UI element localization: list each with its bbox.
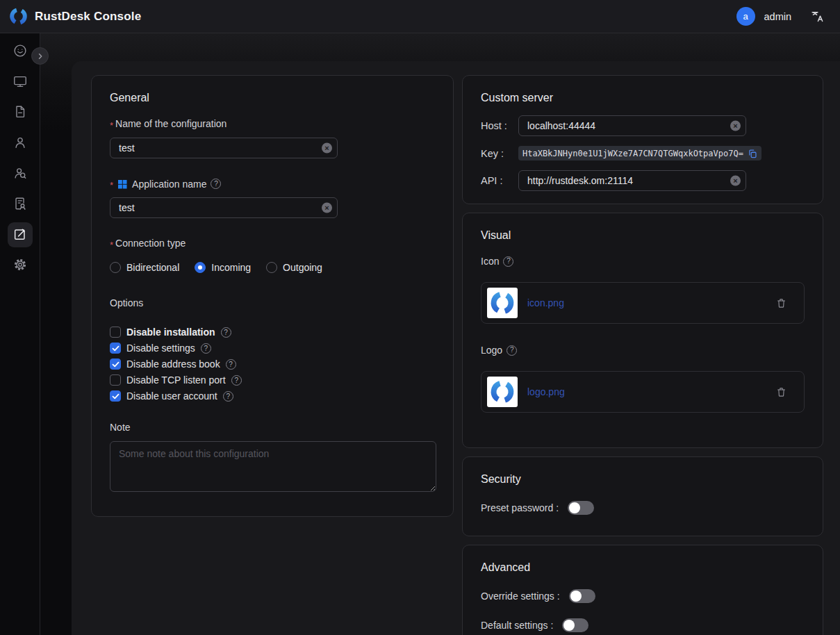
app-header: RustDesk Console a admin	[0, 0, 840, 33]
preset-password-label: Preset password :	[481, 502, 559, 513]
sidebar-item-audit[interactable]	[8, 192, 33, 217]
brand: RustDesk Console	[9, 7, 141, 26]
checkbox-disable-address-book[interactable]: Disable address book ?	[110, 358, 435, 370]
checkbox-label: Disable user account	[126, 390, 217, 402]
content-surface: General Name of the configuration ×	[72, 61, 840, 635]
options-label: Options	[110, 297, 435, 308]
host-input[interactable]	[518, 115, 746, 136]
advanced-card: Advanced Override settings : Default set…	[462, 545, 823, 635]
header-right: a admin	[736, 7, 825, 26]
override-settings-label: Override settings :	[481, 591, 560, 602]
config-name-label-row: Name of the configuration	[110, 118, 435, 130]
help-icon[interactable]: ?	[503, 256, 513, 267]
clear-icon[interactable]: ×	[730, 176, 741, 186]
note-textarea[interactable]	[110, 441, 436, 492]
host-label: Host :	[481, 120, 518, 131]
help-icon[interactable]: ?	[226, 359, 236, 370]
gear-icon	[13, 257, 28, 274]
custom-server-title: Custom server	[481, 91, 805, 104]
checkbox-label: Disable installation	[126, 327, 215, 338]
icon-file-link[interactable]: icon.png	[527, 297, 775, 308]
logo-upload-box: logo.png	[481, 371, 805, 413]
sidebar	[0, 33, 40, 635]
security-card: Security Preset password :	[462, 456, 823, 536]
radio-label: Outgoing	[283, 262, 322, 273]
help-icon[interactable]: ?	[507, 345, 517, 356]
rustdesk-logo-icon	[9, 7, 28, 26]
help-icon[interactable]: ?	[223, 391, 233, 402]
sidebar-item-dashboard[interactable]	[8, 39, 33, 64]
sidebar-item-groups[interactable]	[8, 161, 33, 186]
help-icon[interactable]: ?	[211, 179, 221, 189]
user-name[interactable]: admin	[764, 11, 792, 22]
sidebar-item-settings[interactable]	[8, 253, 33, 278]
default-settings-toggle[interactable]	[562, 618, 588, 632]
checkbox-box[interactable]	[110, 358, 121, 370]
trash-icon[interactable]	[775, 297, 787, 309]
api-input[interactable]	[518, 170, 746, 191]
checkbox-label: Disable TCP listen port	[126, 374, 226, 386]
api-label: API :	[481, 175, 518, 186]
icon-label-row: Icon ?	[481, 256, 805, 267]
clear-icon[interactable]: ×	[322, 203, 332, 213]
clear-icon[interactable]: ×	[730, 121, 741, 131]
windows-icon	[117, 179, 128, 190]
connection-type-label-row: Connection type	[110, 238, 435, 249]
sidebar-item-users[interactable]	[8, 131, 33, 156]
help-icon[interactable]: ?	[231, 375, 242, 386]
smiley-icon	[13, 43, 28, 60]
sidebar-expand-button[interactable]	[31, 47, 49, 65]
checkbox-disable-installation[interactable]: Disable installation ?	[110, 327, 435, 338]
checkbox-disable-settings[interactable]: Disable settings ?	[110, 343, 435, 354]
app-name-input[interactable]	[110, 197, 338, 218]
sidebar-item-documents[interactable]	[8, 100, 33, 125]
monitor-icon	[13, 74, 28, 91]
logo-thumbnail	[487, 377, 518, 407]
radio-incoming[interactable]: Incoming	[195, 262, 251, 273]
user-search-icon	[13, 165, 28, 183]
app-title: RustDesk Console	[35, 10, 141, 24]
preset-password-toggle[interactable]	[568, 501, 594, 515]
sidebar-item-devices[interactable]	[8, 69, 33, 94]
checkbox-box[interactable]	[110, 390, 121, 402]
checkbox-box[interactable]	[110, 374, 121, 386]
config-name-field: ×	[110, 138, 338, 158]
general-card: General Name of the configuration ×	[91, 75, 454, 517]
checkbox-disable-tcp-listen-port[interactable]: Disable TCP listen port ?	[110, 374, 435, 386]
radio-dot[interactable]	[110, 262, 121, 273]
icon-upload-box: icon.png	[481, 282, 805, 324]
copy-icon[interactable]	[748, 149, 757, 158]
help-icon[interactable]: ?	[201, 343, 211, 354]
help-icon[interactable]: ?	[221, 327, 231, 338]
default-settings-label: Default settings :	[481, 620, 553, 631]
translate-icon[interactable]	[810, 9, 825, 24]
sidebar-item-custom-client[interactable]	[8, 222, 33, 247]
app-name-label-row: Application name ?	[110, 178, 435, 190]
radio-dot[interactable]	[195, 262, 206, 273]
api-row: API : ×	[481, 170, 805, 191]
clear-icon[interactable]: ×	[322, 143, 332, 154]
edit-icon	[13, 226, 28, 244]
checkbox-box[interactable]	[110, 343, 121, 354]
checkbox-label: Disable address book	[126, 358, 220, 370]
main-area: General Name of the configuration ×	[40, 33, 840, 635]
trash-icon[interactable]	[775, 386, 787, 398]
logo-file-link[interactable]: logo.png	[527, 386, 775, 397]
icon-thumbnail	[487, 288, 518, 318]
radio-label: Incoming	[211, 262, 251, 273]
connection-type-group: Bidirectional Incoming Outgoing	[110, 262, 435, 273]
note-label: Note	[110, 422, 435, 433]
radio-dot[interactable]	[266, 262, 277, 273]
required-marker	[110, 178, 115, 190]
checkbox-box[interactable]	[110, 327, 121, 338]
radio-outgoing[interactable]: Outgoing	[266, 262, 322, 273]
app-name-field: ×	[110, 197, 338, 218]
default-settings-row: Default settings :	[481, 618, 805, 632]
override-settings-toggle[interactable]	[569, 589, 595, 603]
user-icon	[13, 135, 28, 152]
config-name-input[interactable]	[110, 138, 338, 158]
checkbox-disable-user-account[interactable]: Disable user account ?	[110, 390, 435, 402]
radio-bidirectional[interactable]: Bidirectional	[110, 262, 179, 273]
avatar[interactable]: a	[736, 7, 755, 26]
chevron-right-icon	[35, 51, 45, 61]
